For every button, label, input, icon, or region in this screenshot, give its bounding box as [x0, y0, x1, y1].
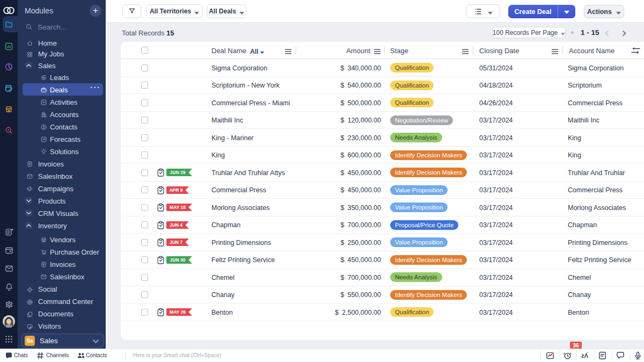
svg-text:JUN 29: JUN 29 — [170, 170, 186, 175]
svg-text:MAY 26: MAY 26 — [170, 309, 186, 315]
svg-text:JUN 4: JUN 4 — [170, 222, 182, 228]
svg-text:APR 9: APR 9 — [169, 187, 182, 193]
svg-text:MAY 18: MAY 18 — [170, 205, 186, 210]
svg-text:JUN 7: JUN 7 — [170, 240, 182, 245]
svg-text:JUN 30: JUN 30 — [170, 257, 186, 263]
